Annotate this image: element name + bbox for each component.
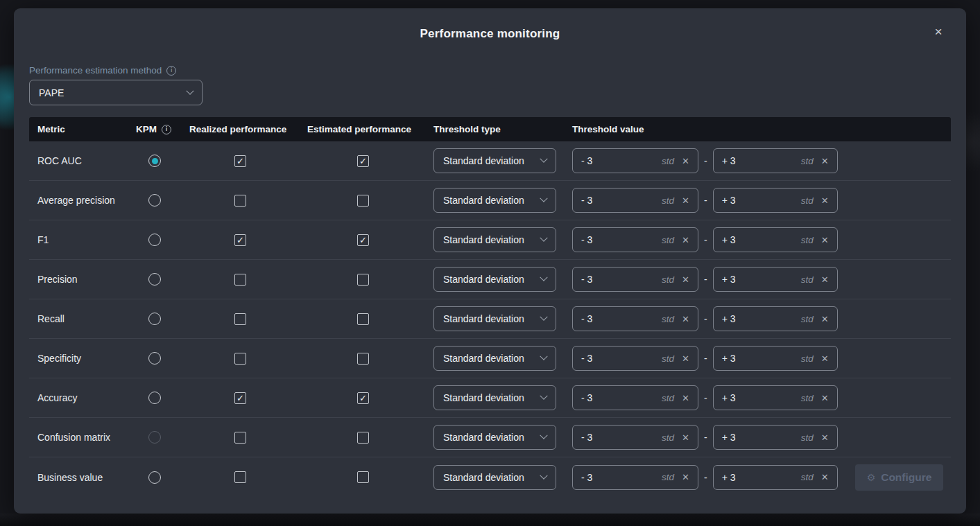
threshold-upper-value: + 3: [722, 313, 801, 324]
threshold-unit: std: [662, 235, 674, 245]
estimated-performance-checkbox[interactable]: ✓: [357, 155, 369, 167]
threshold-upper-input[interactable]: + 3 std ✕: [713, 148, 838, 173]
close-icon[interactable]: ×: [931, 25, 945, 39]
realized-performance-checkbox[interactable]: ✓: [234, 432, 246, 444]
realized-performance-checkbox[interactable]: ✓: [234, 313, 246, 325]
threshold-type-select[interactable]: Standard deviation: [433, 227, 556, 252]
threshold-upper-input[interactable]: + 3 std ✕: [713, 385, 838, 410]
threshold-type-value: Standard deviation: [443, 234, 524, 245]
clear-icon[interactable]: ✕: [821, 275, 829, 284]
kpm-radio[interactable]: [148, 234, 161, 246]
check-icon: ✓: [237, 393, 244, 402]
metric-label: Accuracy: [29, 392, 136, 403]
threshold-upper-input[interactable]: + 3 std ✕: [713, 188, 838, 213]
realized-performance-checkbox[interactable]: ✓: [234, 353, 246, 365]
kpm-radio[interactable]: [148, 155, 161, 167]
clear-icon[interactable]: ✕: [682, 157, 689, 166]
threshold-lower-input[interactable]: - 3 std ✕: [572, 188, 698, 213]
realized-performance-checkbox[interactable]: ✓: [234, 195, 246, 207]
threshold-lower-input[interactable]: - 3 std ✕: [572, 346, 698, 371]
threshold-range-separator: -: [704, 155, 707, 166]
estimated-performance-checkbox[interactable]: ✓: [357, 471, 369, 483]
realized-performance-checkbox[interactable]: ✓: [234, 155, 246, 167]
threshold-upper-input[interactable]: + 3 std ✕: [713, 227, 838, 252]
clear-icon[interactable]: ✕: [682, 196, 689, 205]
threshold-unit: std: [801, 353, 814, 364]
threshold-upper-input[interactable]: + 3 std ✕: [713, 425, 838, 450]
threshold-lower-input[interactable]: - 3 std ✕: [572, 306, 698, 331]
kpm-radio[interactable]: [148, 194, 161, 207]
clear-icon[interactable]: ✕: [682, 394, 689, 403]
clear-icon[interactable]: ✕: [821, 236, 829, 245]
threshold-unit: std: [801, 432, 814, 443]
estimated-performance-checkbox[interactable]: ✓: [357, 195, 369, 207]
estimated-performance-checkbox[interactable]: ✓: [357, 274, 369, 286]
threshold-upper-value: + 3: [722, 353, 801, 364]
kpm-radio[interactable]: [148, 471, 161, 484]
kpm-radio[interactable]: [148, 352, 161, 365]
chevron-down-icon: [540, 313, 547, 321]
kpm-radio[interactable]: [148, 392, 161, 404]
realized-performance-checkbox[interactable]: ✓: [234, 392, 246, 404]
threshold-lower-input[interactable]: - 3 std ✕: [572, 385, 698, 410]
estimated-performance-checkbox[interactable]: ✓: [357, 353, 369, 365]
clear-icon[interactable]: ✕: [682, 315, 689, 324]
threshold-unit: std: [801, 195, 814, 206]
kpm-radio[interactable]: [148, 273, 161, 286]
threshold-lower-value: - 3: [581, 234, 662, 245]
realized-performance-checkbox[interactable]: ✓: [234, 274, 246, 286]
threshold-lower-value: - 3: [581, 432, 662, 443]
threshold-upper-input[interactable]: + 3 std ✕: [713, 346, 838, 371]
threshold-unit: std: [662, 156, 674, 166]
info-icon[interactable]: i: [166, 66, 176, 76]
clear-icon[interactable]: ✕: [821, 473, 829, 482]
threshold-type-select[interactable]: Standard deviation: [433, 425, 556, 450]
check-icon: ✓: [359, 393, 367, 402]
realized-performance-checkbox[interactable]: ✓: [234, 234, 246, 246]
estimated-performance-checkbox[interactable]: ✓: [357, 313, 369, 325]
clear-icon[interactable]: ✕: [682, 275, 689, 284]
clear-icon[interactable]: ✕: [821, 196, 829, 205]
header-kpm: KPM i: [136, 124, 189, 134]
threshold-upper-input[interactable]: + 3 std ✕: [713, 465, 838, 490]
threshold-upper-value: + 3: [722, 432, 801, 443]
clear-icon[interactable]: ✕: [821, 315, 829, 324]
threshold-type-select[interactable]: Standard deviation: [433, 385, 556, 410]
threshold-lower-input[interactable]: - 3 std ✕: [572, 267, 698, 292]
clear-icon[interactable]: ✕: [682, 236, 689, 245]
clear-icon[interactable]: ✕: [821, 354, 829, 363]
threshold-upper-input[interactable]: + 3 std ✕: [713, 267, 838, 292]
threshold-type-select[interactable]: Standard deviation: [433, 188, 556, 213]
estimation-method-select[interactable]: PAPE: [29, 80, 203, 105]
threshold-upper-input[interactable]: + 3 std ✕: [713, 306, 838, 331]
threshold-upper-value: + 3: [722, 274, 801, 285]
threshold-type-select[interactable]: Standard deviation: [433, 306, 556, 331]
threshold-lower-input[interactable]: - 3 std ✕: [572, 148, 698, 173]
clear-icon[interactable]: ✕: [821, 394, 829, 403]
threshold-lower-input[interactable]: - 3 std ✕: [572, 425, 698, 450]
threshold-type-value: Standard deviation: [443, 274, 524, 285]
table-row: Recall ✓ ✓ Standard deviation - 3 std ✕: [29, 299, 951, 339]
clear-icon[interactable]: ✕: [682, 473, 689, 482]
threshold-type-select[interactable]: Standard deviation: [433, 267, 556, 292]
clear-icon[interactable]: ✕: [821, 157, 829, 166]
threshold-unit: std: [662, 393, 674, 403]
threshold-type-select[interactable]: Standard deviation: [433, 346, 556, 371]
threshold-unit: std: [801, 393, 814, 403]
clear-icon[interactable]: ✕: [682, 354, 689, 363]
clear-icon[interactable]: ✕: [821, 433, 829, 442]
threshold-range-separator: -: [704, 274, 707, 285]
estimated-performance-checkbox[interactable]: ✓: [357, 392, 369, 404]
estimated-performance-checkbox[interactable]: ✓: [357, 432, 369, 444]
threshold-type-select[interactable]: Standard deviation: [433, 148, 556, 173]
kpm-radio[interactable]: [148, 313, 161, 325]
threshold-type-select[interactable]: Standard deviation: [433, 465, 556, 490]
realized-performance-checkbox[interactable]: ✓: [234, 471, 246, 483]
table-body: ROC AUC ✓ ✓ Standard deviation - 3 std ✕: [29, 141, 951, 497]
clear-icon[interactable]: ✕: [682, 433, 689, 442]
estimated-performance-checkbox[interactable]: ✓: [357, 234, 369, 246]
kpm-info-icon[interactable]: i: [162, 125, 171, 134]
threshold-lower-input[interactable]: - 3 std ✕: [572, 465, 698, 490]
threshold-lower-input[interactable]: - 3 std ✕: [572, 227, 698, 252]
configure-button[interactable]: ⚙ Configure: [855, 464, 943, 491]
